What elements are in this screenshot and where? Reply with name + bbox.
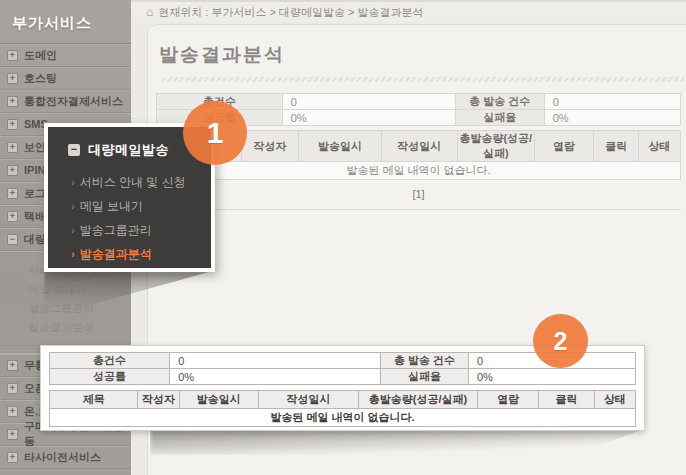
breadcrumb: ⌂ 현재위치 : 부가서비스 > 대량메일발송 > 발송결과분석	[131, 0, 686, 22]
breadcrumb-text: 현재위치 : 부가서비스 > 대량메일발송 > 발송결과분석	[158, 5, 423, 20]
expand-icon[interactable]: +	[7, 119, 18, 130]
total-sent-label: 총 발송 건수	[381, 353, 469, 369]
sidebar-item-label: 도메인	[24, 48, 57, 63]
total-count-value: 0	[282, 94, 455, 110]
sidebar-item-payment[interactable]: + 통합전자결제서비스	[0, 90, 131, 113]
expand-icon[interactable]: +	[7, 383, 18, 394]
fail-rate-value: 0%	[544, 110, 680, 126]
sidebar-item-label: 대량	[24, 232, 46, 247]
expand-icon[interactable]: +	[7, 96, 18, 107]
sidebar-item-transfer[interactable]: + 타사이전서비스	[0, 446, 131, 469]
popup-menu-item-results-active[interactable]: ›발송결과분석	[71, 246, 211, 263]
submenu-item-results[interactable]: ›발송결과분석	[0, 318, 131, 337]
col-author: 작성자	[241, 131, 298, 162]
hatched-divider	[159, 77, 686, 82]
sidebar-item-label: 택배	[24, 209, 46, 224]
fail-rate-label: 실패율	[455, 110, 544, 126]
chevron-right-icon: ›	[21, 303, 24, 314]
col-status: 상태	[639, 131, 681, 162]
sidebar-item-domain[interactable]: + 도메인	[0, 44, 131, 67]
empty-message: 발송된 메일 내역이 없습니다.	[50, 409, 636, 427]
col-volume: 총발송량(성공/실패)	[358, 391, 478, 409]
home-icon: ⌂	[146, 6, 153, 18]
total-count-label: 총건수	[50, 353, 170, 369]
expand-icon[interactable]: +	[7, 188, 18, 199]
popup-menu-label: 발송결과분석	[80, 247, 152, 261]
sidebar-item-label: 로그	[24, 186, 46, 201]
pagination-page-1[interactable]: [1]	[156, 188, 681, 200]
total-sent-label: 총 발송 건수	[455, 94, 544, 110]
col-status: 상태	[594, 391, 635, 409]
popup-menu-label: 발송그룹관리	[80, 223, 152, 237]
col-volume: 총발송량(성공/실패)	[457, 131, 534, 162]
success-rate-value: 0%	[282, 110, 455, 126]
success-rate-label: 성공률	[50, 369, 170, 385]
step-badge-2: 2	[533, 314, 588, 368]
sidebar-title: 부가서비스	[0, 0, 131, 44]
chevron-right-icon: ›	[71, 176, 75, 188]
success-rate-value: 0%	[170, 369, 381, 385]
popup-menu-label: 메일 보내기	[80, 199, 143, 213]
expand-icon[interactable]: +	[7, 406, 18, 417]
sidebar-item-label: IPIN	[24, 164, 45, 176]
fail-rate-value: 0%	[468, 369, 635, 385]
expand-icon[interactable]: +	[7, 73, 18, 84]
col-click: 클릭	[594, 131, 639, 162]
sidebar-item-label: 보안	[24, 140, 46, 155]
popup-menu-item-guide[interactable]: ›서비스 안내 및 신청	[71, 174, 211, 191]
col-title: 제목	[50, 391, 138, 409]
col-author: 작성자	[138, 391, 179, 409]
collapse-icon[interactable]: −	[68, 144, 80, 156]
col-read: 열람	[478, 391, 539, 409]
fail-rate-label: 실패율	[381, 369, 469, 385]
zoomed-mail-list-table: 제목 작성자 발송일시 작성일시 총발송량(성공/실패) 열람 클릭 상태 발송…	[49, 390, 636, 427]
popup-menu-item-groups[interactable]: ›발송그룹관리	[71, 222, 211, 239]
popup-title: 대량메일발송	[88, 141, 169, 159]
expand-icon[interactable]: +	[7, 142, 18, 153]
col-send-date: 발송일시	[298, 131, 381, 162]
screen: ⌂ 현재위치 : 부가서비스 > 대량메일발송 > 발송결과분석 발송결과분석 …	[0, 0, 686, 475]
expand-icon[interactable]: +	[7, 452, 18, 463]
submenu-label: 발송결과분석	[28, 321, 94, 333]
col-create-date: 작성일시	[381, 131, 457, 162]
chevron-right-icon: ›	[71, 248, 75, 260]
empty-message: 발송된 메일 내역이 없습니다.	[157, 162, 681, 180]
chevron-right-icon: ›	[21, 284, 24, 295]
callout-fold-shadow	[150, 429, 645, 455]
expand-icon[interactable]: +	[7, 360, 18, 371]
col-create-date: 작성일시	[259, 391, 359, 409]
col-send-date: 발송일시	[179, 391, 259, 409]
total-sent-value: 0	[544, 94, 680, 110]
popup-menu-item-send[interactable]: ›메일 보내기	[71, 198, 211, 215]
col-click: 클릭	[539, 391, 595, 409]
popup-menu: ›서비스 안내 및 신청 ›메일 보내기 ›발송그룹관리 ›발송결과분석	[71, 174, 211, 263]
expand-icon[interactable]: +	[7, 211, 18, 222]
chevron-right-icon: ›	[71, 224, 75, 236]
chevron-right-icon: ›	[21, 265, 24, 276]
total-count-value: 0	[170, 353, 381, 369]
section-divider	[156, 209, 681, 210]
sidebar-item-hosting[interactable]: + 호스팅	[0, 67, 131, 90]
page-title: 발송결과분석	[159, 42, 686, 68]
collapse-icon[interactable]: −	[7, 234, 18, 245]
expand-icon[interactable]: +	[7, 429, 18, 440]
col-read: 열람	[534, 131, 594, 162]
popup-menu-label: 서비스 안내 및 신청	[80, 175, 186, 189]
sidebar-item-label: 호스팅	[24, 71, 57, 86]
sidebar-item-label: 통합전자결제서비스	[24, 94, 123, 109]
step-badge-1: 1	[183, 101, 247, 165]
chevron-right-icon: ›	[71, 200, 75, 212]
expand-icon[interactable]: +	[7, 165, 18, 176]
expand-icon[interactable]: +	[7, 50, 18, 61]
sidebar-item-label: 타사이전서비스	[24, 450, 101, 465]
chevron-right-icon: ›	[21, 322, 24, 333]
